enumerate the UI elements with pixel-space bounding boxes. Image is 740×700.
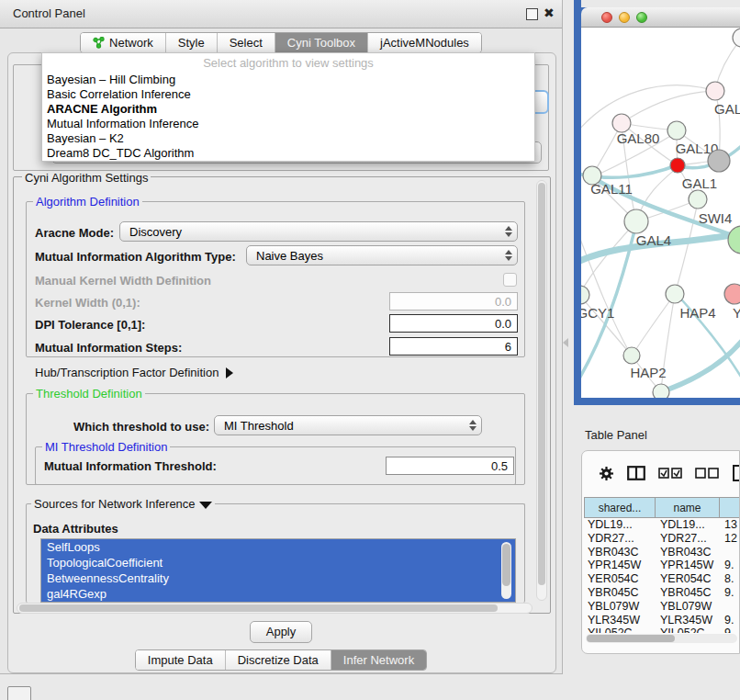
tab-label: Select bbox=[230, 36, 263, 50]
threshold-definition-title: Threshold Definition bbox=[33, 387, 145, 401]
mi-threshold-label: Mutual Information Threshold: bbox=[44, 459, 217, 473]
algorithm-option-dream8-dc-tdc-algorithm[interactable]: Dream8 DC_TDC Algorithm bbox=[47, 146, 524, 161]
attribute-item-betweennesscentrality[interactable]: BetweennessCentrality bbox=[41, 570, 515, 586]
sources-group-title[interactable]: Sources for Network Inference bbox=[31, 497, 215, 511]
network-node-y[interactable] bbox=[724, 284, 740, 304]
node-label-swi4: SWI4 bbox=[699, 210, 733, 226]
tab-select[interactable]: Select bbox=[218, 33, 275, 52]
table-cell: YBL079W bbox=[655, 600, 719, 614]
dropdown-prompt: Select algorithm to view settings bbox=[42, 56, 534, 70]
mi-threshold-field[interactable]: 0.5 bbox=[386, 457, 514, 475]
checked-columns-icon[interactable] bbox=[658, 468, 682, 479]
minimized-panel-icon[interactable] bbox=[7, 686, 31, 700]
table-panel-card: shared...nameA YDL19...YDL19...13YDR27..… bbox=[581, 450, 740, 654]
panel-splitter-handle[interactable] bbox=[563, 338, 568, 347]
node-label-gal1: GAL1 bbox=[682, 175, 717, 191]
table-cell: 9. bbox=[719, 614, 740, 627]
table-cell: YDL19... bbox=[584, 518, 655, 532]
network-node-gal10[interactable] bbox=[667, 121, 686, 140]
manual-kernel-width-checkbox[interactable] bbox=[503, 273, 517, 287]
data-attributes-list[interactable]: SelfLoopsTopologicalCoefficientBetweenne… bbox=[40, 538, 516, 603]
node-label-gal: GAL bbox=[714, 101, 740, 117]
network-window-titlebar[interactable] bbox=[581, 7, 740, 28]
data-attributes-label: Data Attributes bbox=[33, 522, 118, 536]
aracne-mode-label: Aracne Mode: bbox=[35, 226, 114, 240]
table-row[interactable]: YLR345WYLR345W9. bbox=[584, 614, 740, 627]
settings-group-title: Cyni Algorithm Settings bbox=[22, 171, 151, 185]
network-node-gcy1[interactable] bbox=[581, 286, 589, 304]
network-node-swi4[interactable] bbox=[728, 226, 740, 254]
table-row[interactable]: YBL079WYBL079W bbox=[584, 600, 740, 614]
which-threshold-value: MI Threshold bbox=[215, 419, 465, 433]
tab-discretize-data[interactable]: Discretize Data bbox=[226, 650, 331, 670]
apply-button[interactable]: Apply bbox=[250, 621, 312, 643]
which-threshold-combobox[interactable]: MI Threshold bbox=[214, 415, 482, 435]
algorithm-option-aracne-algorithm[interactable]: ARACNE Algorithm bbox=[47, 102, 524, 117]
tab-label: jActiveMNodules bbox=[380, 36, 469, 50]
table-row[interactable]: YPR145WYPR145W9. bbox=[584, 559, 740, 572]
table-cell: YBR045C bbox=[655, 586, 719, 600]
attributes-scrollbar[interactable] bbox=[501, 542, 511, 599]
node-label-gal11: GAL11 bbox=[590, 181, 633, 197]
close-icon[interactable]: ✖ bbox=[544, 6, 555, 20]
table-row[interactable]: YBR043CYBR043C bbox=[584, 546, 740, 559]
table-cell: 8. bbox=[719, 572, 740, 586]
hub-definition-expander[interactable]: Hub/Transcription Factor Definition bbox=[35, 366, 233, 379]
attribute-item-selfloops[interactable]: SelfLoops bbox=[41, 539, 515, 555]
tab-infer-network[interactable]: Infer Network bbox=[331, 650, 426, 670]
table-row[interactable]: YDL19...YDL19...13 bbox=[584, 518, 740, 532]
split-pane-icon[interactable] bbox=[627, 466, 645, 480]
algorithm-option-bayesian-hill-climbing[interactable]: Bayesian – Hill Climbing bbox=[47, 73, 524, 87]
mi-algorithm-type-combobox[interactable]: Naive Bayes bbox=[246, 245, 518, 265]
expander-collapsed-icon bbox=[226, 367, 233, 378]
table-row[interactable]: YIL052CYIL052C9. bbox=[584, 627, 740, 633]
table-row[interactable]: YBR045CYBR045C9. bbox=[584, 586, 740, 600]
network-node-hap2[interactable] bbox=[623, 347, 640, 364]
table-cell: YBR045C bbox=[584, 586, 655, 600]
table-row[interactable]: YDR27...YDR27...12 bbox=[584, 532, 740, 546]
dpi-tolerance-field[interactable]: 0.0 bbox=[389, 314, 518, 333]
close-traffic-light-icon[interactable] bbox=[601, 12, 612, 23]
tab-style[interactable]: Style bbox=[166, 33, 218, 52]
tab-impute-data[interactable]: Impute Data bbox=[136, 650, 226, 670]
aracne-mode-combobox[interactable]: Discovery bbox=[119, 221, 518, 242]
tab-jactivemnodules[interactable]: jActiveMNodules bbox=[368, 33, 481, 52]
algorithm-option-basic-correlation-inference[interactable]: Basic Correlation Inference bbox=[47, 87, 524, 102]
minimize-traffic-light-icon[interactable] bbox=[619, 12, 630, 23]
table-horizontal-scrollbar[interactable] bbox=[586, 634, 737, 643]
network-canvas[interactable]: GALGAL80GAL10GAL1GAL11GAL4SWI4GCY1HAP4YH… bbox=[581, 28, 740, 398]
node-label-y: Y bbox=[733, 305, 740, 321]
attribute-item-gal4rgexp[interactable]: gal4RGexp bbox=[41, 586, 515, 602]
column-header-a[interactable]: A bbox=[719, 497, 740, 518]
network-node-hap4[interactable] bbox=[666, 285, 684, 303]
algorithm-option-mutual-information-inference[interactable]: Mutual Information Inference bbox=[47, 117, 524, 131]
attribute-item-topologicalcoefficient[interactable]: TopologicalCoefficient bbox=[41, 555, 515, 570]
table-toolbar bbox=[582, 451, 740, 495]
algorithm-option-bayesian-k2[interactable]: Bayesian – K2 bbox=[47, 131, 524, 146]
table-cell: YPR145W bbox=[655, 559, 719, 572]
mi-steps-field[interactable]: 6 bbox=[389, 337, 518, 356]
document-icon[interactable] bbox=[732, 465, 740, 481]
settings-vertical-scrollbar[interactable] bbox=[536, 180, 547, 601]
network-node-gal[interactable] bbox=[706, 82, 724, 100]
table-cell: YIL052C bbox=[655, 627, 719, 633]
tab-network[interactable]: Network bbox=[81, 33, 166, 52]
dpi-tolerance-label: DPI Tolerance [0,1]: bbox=[35, 318, 145, 332]
network-node[interactable] bbox=[708, 150, 730, 172]
column-header-shared[interactable]: shared... bbox=[584, 497, 655, 518]
tab-cyni-toolbox[interactable]: Cyni Toolbox bbox=[275, 33, 368, 52]
network-node[interactable] bbox=[653, 384, 669, 398]
table-row[interactable]: YER054CYER054C8. bbox=[584, 572, 740, 586]
unchecked-columns-icon[interactable] bbox=[695, 468, 719, 479]
column-header-name[interactable]: name bbox=[655, 497, 719, 518]
network-node-gal1[interactable] bbox=[670, 158, 685, 173]
gear-icon[interactable] bbox=[599, 466, 614, 481]
zoom-traffic-light-icon[interactable] bbox=[636, 12, 647, 23]
float-window-icon[interactable] bbox=[526, 8, 538, 20]
network-node[interactable] bbox=[733, 28, 740, 47]
table-cell: YBR043C bbox=[584, 546, 655, 559]
network-node[interactable] bbox=[689, 190, 707, 209]
settings-horizontal-scrollbar[interactable] bbox=[17, 603, 533, 614]
network-node-gal4[interactable] bbox=[624, 209, 648, 233]
network-node-gal80[interactable] bbox=[612, 114, 631, 132]
